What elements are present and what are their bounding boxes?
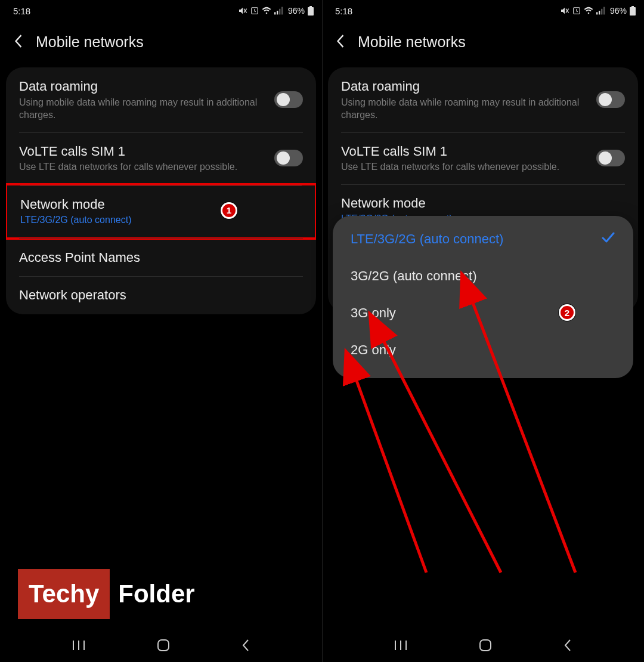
- item-data-roaming[interactable]: Data roaming Using mobile data while roa…: [328, 67, 638, 132]
- item-title: Data roaming: [19, 78, 267, 95]
- status-bar: 5:18 96%: [0, 0, 322, 19]
- svg-rect-17: [599, 11, 600, 14]
- check-icon: [601, 231, 615, 247]
- annotation-badge-2: 2: [559, 304, 575, 321]
- chevron-left-icon: [14, 35, 23, 48]
- watermark-part2: Folder: [118, 580, 194, 608]
- nav-bar: [322, 631, 644, 662]
- watermark-part1: Techy: [29, 580, 99, 608]
- svg-rect-28: [480, 640, 491, 651]
- network-mode-popup: LTE/3G/2G (auto connect) 3G/2G (auto con…: [333, 216, 633, 378]
- watermark: Techy Folder: [18, 569, 195, 619]
- svg-rect-3: [274, 12, 275, 14]
- item-title: Data roaming: [341, 78, 589, 95]
- nav-bar: [0, 631, 322, 662]
- home-icon: [157, 639, 170, 652]
- status-icons: 96%: [238, 6, 314, 16]
- svg-rect-18: [601, 9, 602, 15]
- back-icon: [563, 639, 572, 651]
- item-apn[interactable]: Access Point Names: [6, 239, 316, 277]
- toggle-volte[interactable]: [274, 150, 303, 166]
- app-header: Mobile networks: [0, 19, 322, 67]
- toggle-data-roaming[interactable]: [274, 91, 303, 108]
- status-time: 5:18: [13, 6, 30, 16]
- back-icon: [241, 639, 250, 651]
- status-icons: 96%: [560, 6, 636, 16]
- popup-option-2g-only[interactable]: 2G only: [333, 332, 633, 369]
- nav-home[interactable]: [157, 639, 170, 654]
- popup-option-lte-3g-2g[interactable]: LTE/3G/2G (auto connect): [333, 221, 633, 258]
- toggle-data-roaming[interactable]: [596, 91, 625, 108]
- recents-icon: [394, 640, 408, 651]
- item-data-roaming[interactable]: Data roaming Using mobile data while roa…: [6, 67, 316, 132]
- svg-rect-6: [281, 7, 283, 15]
- annotation-badge-1: 1: [221, 202, 237, 219]
- signal-icon: [596, 7, 606, 15]
- popup-option-3g-2g[interactable]: 3G/2G (auto connect): [333, 258, 633, 295]
- item-subtitle: Using mobile data while roaming may resu…: [341, 96, 589, 122]
- svg-rect-7: [308, 7, 314, 16]
- toggle-volte[interactable]: [596, 150, 625, 166]
- svg-rect-20: [630, 7, 636, 16]
- svg-line-24: [355, 376, 426, 573]
- popup-option-3g-only[interactable]: 3G only: [333, 295, 633, 332]
- popup-option-label: LTE/3G/2G (auto connect): [351, 231, 503, 247]
- battery-percent: 96%: [288, 6, 305, 16]
- app-header: Mobile networks: [322, 19, 644, 67]
- update-icon: [250, 7, 259, 15]
- wifi-icon: [584, 7, 593, 15]
- item-title: Network mode: [20, 196, 295, 213]
- wifi-icon: [262, 7, 271, 15]
- mute-icon: [560, 6, 569, 16]
- status-time: 5:18: [335, 6, 352, 16]
- popup-option-label: 3G/2G (auto connect): [351, 268, 477, 284]
- screen-left: 5:18 96% Mobile networks Data roaming Us…: [0, 0, 322, 662]
- item-subtitle: Using mobile data while roaming may resu…: [19, 96, 267, 122]
- back-button[interactable]: [336, 35, 345, 50]
- status-bar: 5:18 96%: [322, 0, 644, 19]
- svg-rect-5: [279, 9, 280, 15]
- battery-icon: [630, 6, 636, 16]
- item-title: Network mode: [341, 195, 618, 212]
- svg-rect-12: [158, 640, 169, 651]
- svg-rect-21: [631, 6, 634, 7]
- nav-back[interactable]: [241, 639, 250, 654]
- item-subtitle: LTE/3G/2G (auto connect): [20, 214, 295, 227]
- battery-percent: 96%: [610, 6, 627, 16]
- nav-recents[interactable]: [394, 640, 408, 653]
- back-button[interactable]: [14, 35, 23, 50]
- item-title: VoLTE calls SIM 1: [341, 143, 589, 160]
- nav-back[interactable]: [563, 639, 572, 654]
- item-volte[interactable]: VoLTE calls SIM 1 Use LTE data networks …: [6, 132, 316, 184]
- popup-option-label: 3G only: [351, 305, 396, 321]
- recents-icon: [72, 640, 86, 651]
- popup-option-label: 2G only: [351, 342, 396, 358]
- item-network-mode[interactable]: Network mode LTE/3G/2G (auto connect) 1: [6, 183, 316, 240]
- signal-icon: [274, 7, 284, 15]
- chevron-left-icon: [336, 35, 345, 48]
- svg-rect-19: [603, 7, 605, 15]
- item-network-operators[interactable]: Network operators: [6, 276, 316, 314]
- item-subtitle: Use LTE data networks for calls whenever…: [341, 160, 589, 174]
- home-icon: [479, 639, 492, 652]
- battery-icon: [308, 6, 314, 16]
- item-title: Network operators: [19, 287, 296, 304]
- update-icon: [572, 7, 581, 15]
- screen-right: 5:18 96% Mobile networks Data roaming Us…: [322, 0, 644, 662]
- item-title: VoLTE calls SIM 1: [19, 143, 267, 160]
- item-title: Access Point Names: [19, 249, 296, 266]
- svg-rect-4: [277, 11, 278, 14]
- nav-recents[interactable]: [72, 640, 86, 653]
- page-title: Mobile networks: [36, 33, 144, 51]
- svg-rect-16: [596, 12, 597, 14]
- item-volte[interactable]: VoLTE calls SIM 1 Use LTE data networks …: [328, 132, 638, 184]
- mute-icon: [238, 6, 247, 16]
- page-title: Mobile networks: [358, 33, 466, 51]
- item-subtitle: Use LTE data networks for calls whenever…: [19, 160, 267, 174]
- settings-panel: Data roaming Using mobile data while roa…: [6, 67, 316, 314]
- nav-home[interactable]: [479, 639, 492, 654]
- svg-rect-8: [309, 6, 312, 7]
